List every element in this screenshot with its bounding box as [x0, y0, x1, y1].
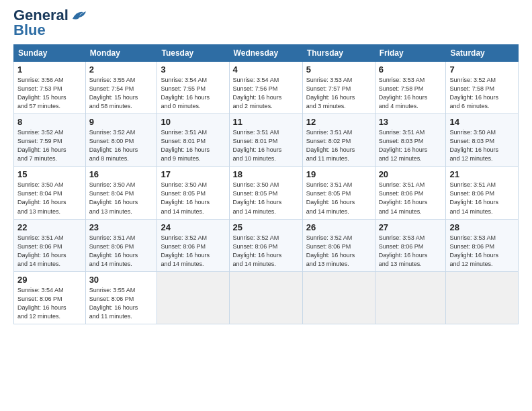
- calendar-cell: 1Sunrise: 3:56 AM Sunset: 7:53 PM Daylig…: [14, 62, 86, 114]
- calendar-cell: [229, 271, 302, 324]
- day-info: Sunrise: 3:54 AM Sunset: 7:55 PM Dayligh…: [161, 76, 225, 111]
- day-info: Sunrise: 3:51 AM Sunset: 8:06 PM Dayligh…: [17, 234, 82, 269]
- day-info: Sunrise: 3:50 AM Sunset: 8:05 PM Dayligh…: [161, 181, 225, 216]
- day-info: Sunrise: 3:51 AM Sunset: 8:01 PM Dayligh…: [233, 128, 299, 163]
- calendar-cell: 9Sunrise: 3:52 AM Sunset: 8:00 PM Daylig…: [85, 114, 157, 167]
- day-info: Sunrise: 3:52 AM Sunset: 7:58 PM Dayligh…: [449, 76, 515, 111]
- day-info: Sunrise: 3:52 AM Sunset: 7:59 PM Dayligh…: [17, 128, 82, 163]
- weekday-header-sunday: Sunday: [14, 45, 86, 62]
- calendar-cell: 16Sunrise: 3:50 AM Sunset: 8:04 PM Dayli…: [85, 167, 157, 219]
- calendar-cell: 11Sunrise: 3:51 AM Sunset: 8:01 PM Dayli…: [229, 114, 302, 167]
- day-number: 26: [306, 222, 371, 232]
- day-number: 3: [161, 64, 225, 75]
- day-info: Sunrise: 3:50 AM Sunset: 8:03 PM Dayligh…: [449, 128, 515, 163]
- weekday-header-row: SundayMondayTuesdayWednesdayThursdayFrid…: [14, 45, 519, 62]
- day-number: 9: [89, 117, 154, 127]
- calendar-cell: 4Sunrise: 3:54 AM Sunset: 7:56 PM Daylig…: [229, 62, 302, 114]
- calendar-table: SundayMondayTuesdayWednesdayThursdayFrid…: [13, 44, 519, 324]
- calendar-cell: 2Sunrise: 3:55 AM Sunset: 7:54 PM Daylig…: [85, 62, 157, 114]
- day-number: 4: [233, 64, 299, 75]
- header: General Blue: [13, 7, 519, 39]
- day-info: Sunrise: 3:50 AM Sunset: 8:04 PM Dayligh…: [89, 181, 154, 216]
- calendar-cell: 17Sunrise: 3:50 AM Sunset: 8:05 PM Dayli…: [157, 167, 229, 219]
- day-number: 18: [233, 169, 299, 179]
- day-number: 12: [306, 117, 371, 127]
- day-info: Sunrise: 3:51 AM Sunset: 8:03 PM Dayligh…: [379, 128, 443, 163]
- calendar-cell: 18Sunrise: 3:50 AM Sunset: 8:05 PM Dayli…: [229, 167, 302, 219]
- calendar-cell: 5Sunrise: 3:53 AM Sunset: 7:57 PM Daylig…: [302, 62, 375, 114]
- calendar-week-row: 29Sunrise: 3:54 AM Sunset: 8:06 PM Dayli…: [14, 271, 519, 324]
- day-number: 13: [379, 117, 443, 127]
- weekday-header-friday: Friday: [375, 45, 446, 62]
- calendar-cell: 7Sunrise: 3:52 AM Sunset: 7:58 PM Daylig…: [446, 62, 519, 114]
- day-number: 22: [17, 222, 82, 232]
- day-number: 24: [161, 222, 225, 232]
- day-info: Sunrise: 3:51 AM Sunset: 8:02 PM Dayligh…: [306, 128, 371, 163]
- day-number: 21: [449, 169, 515, 179]
- calendar-cell: 21Sunrise: 3:51 AM Sunset: 8:06 PM Dayli…: [446, 167, 519, 219]
- day-info: Sunrise: 3:51 AM Sunset: 8:01 PM Dayligh…: [161, 128, 225, 163]
- day-number: 28: [449, 222, 515, 232]
- calendar-cell: 19Sunrise: 3:51 AM Sunset: 8:05 PM Dayli…: [302, 167, 375, 219]
- calendar-cell: [157, 271, 229, 324]
- weekday-header-tuesday: Tuesday: [157, 45, 229, 62]
- day-info: Sunrise: 3:56 AM Sunset: 7:53 PM Dayligh…: [17, 76, 82, 111]
- calendar-cell: 14Sunrise: 3:50 AM Sunset: 8:03 PM Dayli…: [446, 114, 519, 167]
- calendar-cell: 15Sunrise: 3:50 AM Sunset: 8:04 PM Dayli…: [14, 167, 86, 219]
- calendar-week-row: 22Sunrise: 3:51 AM Sunset: 8:06 PM Dayli…: [14, 219, 519, 271]
- day-info: Sunrise: 3:52 AM Sunset: 8:06 PM Dayligh…: [233, 234, 299, 269]
- day-info: Sunrise: 3:53 AM Sunset: 8:06 PM Dayligh…: [379, 234, 443, 269]
- day-info: Sunrise: 3:55 AM Sunset: 8:06 PM Dayligh…: [89, 286, 154, 321]
- calendar-week-row: 1Sunrise: 3:56 AM Sunset: 7:53 PM Daylig…: [14, 62, 519, 114]
- weekday-header-saturday: Saturday: [446, 45, 519, 62]
- day-info: Sunrise: 3:51 AM Sunset: 8:05 PM Dayligh…: [306, 181, 371, 216]
- day-number: 27: [379, 222, 443, 232]
- day-info: Sunrise: 3:51 AM Sunset: 8:06 PM Dayligh…: [89, 234, 154, 269]
- day-number: 15: [17, 169, 82, 179]
- day-info: Sunrise: 3:53 AM Sunset: 8:06 PM Dayligh…: [449, 234, 515, 269]
- day-number: 10: [161, 117, 225, 127]
- day-number: 6: [379, 64, 443, 75]
- logo-bird-icon: [71, 9, 86, 21]
- calendar-cell: 22Sunrise: 3:51 AM Sunset: 8:06 PM Dayli…: [14, 219, 86, 271]
- day-info: Sunrise: 3:50 AM Sunset: 8:05 PM Dayligh…: [233, 181, 299, 216]
- calendar-cell: 23Sunrise: 3:51 AM Sunset: 8:06 PM Dayli…: [85, 219, 157, 271]
- calendar-week-row: 15Sunrise: 3:50 AM Sunset: 8:04 PM Dayli…: [14, 167, 519, 219]
- day-info: Sunrise: 3:53 AM Sunset: 7:57 PM Dayligh…: [306, 76, 371, 111]
- calendar-cell: 3Sunrise: 3:54 AM Sunset: 7:55 PM Daylig…: [157, 62, 229, 114]
- day-info: Sunrise: 3:54 AM Sunset: 7:56 PM Dayligh…: [233, 76, 299, 111]
- day-number: 19: [306, 169, 371, 179]
- day-number: 7: [449, 64, 515, 75]
- calendar-cell: 26Sunrise: 3:52 AM Sunset: 8:06 PM Dayli…: [302, 219, 375, 271]
- calendar-cell: 27Sunrise: 3:53 AM Sunset: 8:06 PM Dayli…: [375, 219, 446, 271]
- weekday-header-wednesday: Wednesday: [229, 45, 302, 62]
- calendar-week-row: 8Sunrise: 3:52 AM Sunset: 7:59 PM Daylig…: [14, 114, 519, 167]
- day-number: 20: [379, 169, 443, 179]
- day-number: 1: [17, 64, 82, 75]
- calendar-cell: 24Sunrise: 3:52 AM Sunset: 8:06 PM Dayli…: [157, 219, 229, 271]
- calendar-cell: 12Sunrise: 3:51 AM Sunset: 8:02 PM Dayli…: [302, 114, 375, 167]
- calendar-cell: 13Sunrise: 3:51 AM Sunset: 8:03 PM Dayli…: [375, 114, 446, 167]
- calendar-cell: 20Sunrise: 3:51 AM Sunset: 8:06 PM Dayli…: [375, 167, 446, 219]
- day-info: Sunrise: 3:52 AM Sunset: 8:06 PM Dayligh…: [161, 234, 225, 269]
- day-info: Sunrise: 3:52 AM Sunset: 8:00 PM Dayligh…: [89, 128, 154, 163]
- day-number: 16: [89, 169, 154, 179]
- day-number: 17: [161, 169, 225, 179]
- calendar-cell: 30Sunrise: 3:55 AM Sunset: 8:06 PM Dayli…: [85, 271, 157, 324]
- day-number: 23: [89, 222, 154, 232]
- day-number: 2: [89, 64, 154, 75]
- calendar-cell: 10Sunrise: 3:51 AM Sunset: 8:01 PM Dayli…: [157, 114, 229, 167]
- day-info: Sunrise: 3:51 AM Sunset: 8:06 PM Dayligh…: [379, 181, 443, 216]
- weekday-header-thursday: Thursday: [302, 45, 375, 62]
- calendar-cell: 6Sunrise: 3:53 AM Sunset: 7:58 PM Daylig…: [375, 62, 446, 114]
- calendar-cell: [302, 271, 375, 324]
- weekday-header-monday: Monday: [85, 45, 157, 62]
- calendar-cell: 25Sunrise: 3:52 AM Sunset: 8:06 PM Dayli…: [229, 219, 302, 271]
- day-info: Sunrise: 3:55 AM Sunset: 7:54 PM Dayligh…: [89, 76, 154, 111]
- day-number: 29: [17, 275, 82, 285]
- calendar-cell: [375, 271, 446, 324]
- day-info: Sunrise: 3:51 AM Sunset: 8:06 PM Dayligh…: [449, 181, 515, 216]
- day-info: Sunrise: 3:52 AM Sunset: 8:06 PM Dayligh…: [306, 234, 371, 269]
- day-info: Sunrise: 3:50 AM Sunset: 8:04 PM Dayligh…: [17, 181, 82, 216]
- day-number: 25: [233, 222, 299, 232]
